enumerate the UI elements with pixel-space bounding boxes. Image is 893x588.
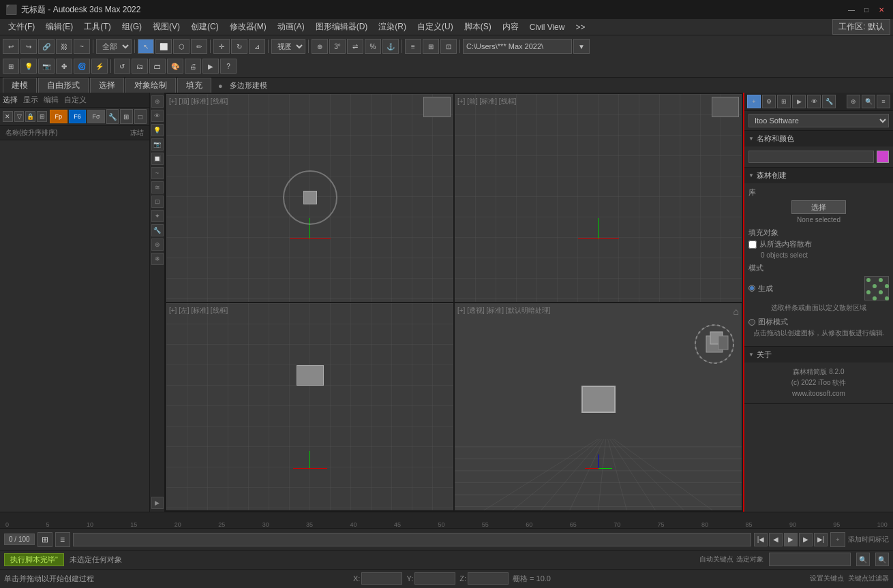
color-swatch[interactable]	[877, 151, 889, 163]
browser-fp3[interactable]: Fσ	[87, 110, 105, 123]
strip-icon-1[interactable]: ⊕	[151, 95, 164, 108]
strip-icon-2[interactable]: 👁	[151, 110, 164, 122]
space-warp[interactable]: 🌀	[74, 59, 90, 74]
name-input[interactable]	[748, 151, 874, 163]
rp-icon-modify[interactable]: ⚙	[762, 95, 776, 108]
quick-render[interactable]: ▶	[202, 59, 219, 74]
select-region-button[interactable]: ⬜	[155, 39, 172, 54]
rp-icon-extra3[interactable]: ≡	[877, 95, 890, 108]
tab-paint[interactable]: 对象绘制	[125, 78, 176, 93]
play-btn[interactable]: ▶	[784, 533, 798, 546]
menu-create[interactable]: 创建(C)	[185, 20, 224, 34]
section-about-header[interactable]: ▼ 关于	[744, 347, 893, 362]
camera-icon[interactable]: 📷	[38, 59, 55, 74]
minimize-button[interactable]: —	[845, 3, 858, 16]
status-search[interactable]	[769, 553, 851, 566]
viewport-top[interactable]: [+] [顶] [标准] [线框]	[166, 94, 453, 302]
add-key-icon[interactable]: +	[830, 532, 845, 547]
light-icon[interactable]: 💡	[20, 59, 37, 74]
scale-button[interactable]: ⊿	[249, 39, 265, 54]
timeline-icon-2[interactable]: ≡	[55, 532, 70, 547]
menu-render[interactable]: 渲染(R)	[373, 20, 412, 34]
browser-tab-select[interactable]: 选择	[3, 95, 18, 105]
menu-modifier[interactable]: 修改器(M)	[224, 20, 272, 34]
viewport-perspective[interactable]: [+] [透视] [标准] [默认明暗处理] ⌂	[455, 303, 742, 511]
path-browse[interactable]: ▼	[573, 39, 590, 54]
tab-fill[interactable]: 填充	[177, 78, 211, 93]
browser-fp2[interactable]: F6	[69, 110, 87, 123]
menu-civil-view[interactable]: Civil View	[524, 21, 571, 33]
browser-tab-display[interactable]: 显示	[23, 95, 38, 105]
view-dropdown[interactable]: 视图	[271, 39, 305, 54]
pivot-button[interactable]: ⊕	[312, 39, 328, 54]
next-frame-btn[interactable]: ▶|	[814, 533, 828, 546]
viewport-front[interactable]: [+] [前] [标准] [线框]	[455, 94, 742, 302]
home-icon[interactable]: ⌂	[733, 306, 739, 317]
coord-z-input[interactable]	[468, 572, 509, 585]
strip-icon-8[interactable]: ⊡	[151, 196, 164, 208]
unlink-button[interactable]: ⛓	[56, 39, 72, 54]
selection-filter-dropdown[interactable]: 全部	[96, 39, 132, 54]
viewport-left[interactable]: [+] [左] [标准] [线框]	[166, 303, 453, 511]
generate-radio[interactable]	[748, 285, 755, 292]
undo-button[interactable]: ↩	[3, 39, 19, 54]
mirror-button[interactable]: ⇌	[347, 39, 363, 54]
rp-icon-create[interactable]: +	[747, 95, 761, 108]
move-button[interactable]: ✛	[213, 39, 230, 54]
browser-options[interactable]: ⊞	[37, 111, 47, 122]
bind-button[interactable]: ~	[74, 39, 90, 54]
rp-icon-extra2[interactable]: 🔍	[862, 95, 875, 108]
rp-icon-display[interactable]: 👁	[807, 95, 821, 108]
rotate-button[interactable]: ↻	[231, 39, 247, 54]
rp-icon-extra1[interactable]: ⊕	[847, 95, 860, 108]
select-button[interactable]: ↖	[138, 39, 154, 54]
undo2[interactable]: ↺	[114, 59, 130, 74]
menu-tools[interactable]: 工具(T)	[78, 20, 116, 34]
coord-y-input[interactable]	[414, 572, 455, 585]
tab-select[interactable]: 选择	[90, 78, 124, 93]
browser-close[interactable]: ✕	[3, 111, 13, 122]
rp-icon-motion[interactable]: ▶	[792, 95, 806, 108]
strip-icon-4[interactable]: 📷	[151, 138, 164, 151]
strip-icon-11[interactable]: ⊛	[151, 238, 164, 251]
help-icon[interactable]: ?	[220, 59, 237, 74]
rp-icon-utilities[interactable]: 🔧	[822, 95, 836, 108]
browser-box[interactable]: □	[134, 109, 147, 124]
link-button[interactable]: 🔗	[38, 39, 55, 54]
browser-lock[interactable]: 🔒	[25, 111, 35, 122]
strip-icon-6[interactable]: ~	[151, 167, 164, 179]
browser-wrench[interactable]: 🔧	[106, 109, 119, 124]
nav-cube[interactable]	[694, 324, 735, 365]
wire-icon[interactable]: ⚡	[91, 59, 108, 74]
hierarchy-button[interactable]: ⊞	[423, 39, 439, 54]
distribute-checkbox[interactable]	[748, 241, 757, 249]
browser-fp1[interactable]: Fp	[50, 110, 67, 123]
layer-button[interactable]: ≡	[405, 39, 421, 54]
workspace-label[interactable]: 工作区: 默认	[832, 19, 890, 35]
zoom-in-btn[interactable]: 🔍	[856, 553, 870, 566]
section-forest-create-header[interactable]: ▼ 森林创建	[744, 168, 893, 183]
align-button[interactable]: 3°	[329, 39, 346, 54]
strip-icon-9[interactable]: ✦	[151, 210, 164, 222]
prev-btn[interactable]: ◀	[769, 533, 783, 546]
strip-icon-7[interactable]: ≋	[151, 181, 164, 194]
menu-view[interactable]: 视图(V)	[147, 20, 185, 34]
zoom-out-btn[interactable]: 🔍	[875, 553, 889, 566]
render-setup[interactable]: 🖨	[185, 59, 201, 74]
browser-filter[interactable]: ▽	[14, 111, 25, 122]
menu-graph-editor[interactable]: 图形编辑器(D)	[310, 20, 374, 34]
menu-more[interactable]: >>	[570, 21, 590, 33]
browser-tab-edit[interactable]: 编辑	[44, 95, 59, 105]
menu-edit[interactable]: 编辑(E)	[40, 20, 78, 34]
rp-icon-hierarchy[interactable]: ⊞	[777, 95, 791, 108]
select-button[interactable]: 选择	[791, 200, 846, 214]
lasso-button[interactable]: ⬡	[173, 39, 190, 54]
paint-select-button[interactable]: ✏	[191, 39, 207, 54]
menu-script[interactable]: 脚本(S)	[459, 20, 497, 34]
strip-icon-10[interactable]: 🔧	[151, 224, 164, 236]
strip-expand[interactable]: ▶	[151, 497, 164, 509]
icon-mode-radio[interactable]	[748, 319, 755, 326]
timeline-slider[interactable]	[73, 533, 751, 546]
coord-x-input[interactable]	[361, 572, 402, 585]
material-editor[interactable]: 🎨	[167, 59, 183, 74]
